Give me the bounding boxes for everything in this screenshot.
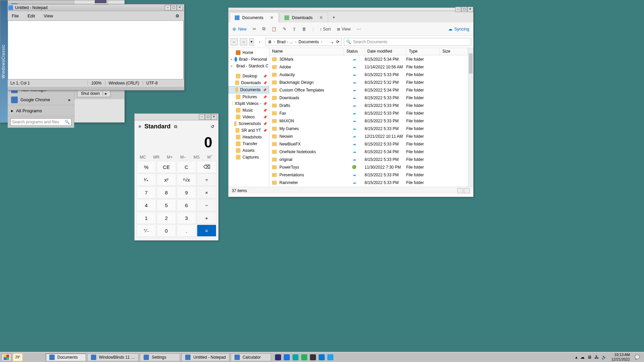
file-row[interactable]: Blackmagic Design☁8/15/2022 5:32 PMFile …: [269, 78, 468, 86]
hamburger-icon[interactable]: ≡: [139, 124, 141, 129]
shutdown-button[interactable]: Shut down ▸: [77, 90, 111, 97]
view-icons-button[interactable]: [464, 188, 470, 193]
calc-key-9[interactable]: 9: [177, 186, 196, 198]
calc-key-1[interactable]: 1: [137, 212, 156, 224]
maximize-button[interactable]: ▢: [205, 114, 211, 120]
calc-key-+[interactable]: +: [197, 212, 216, 224]
pinned-app[interactable]: [317, 353, 326, 361]
cut-icon[interactable]: ✂: [253, 26, 256, 32]
calc-key-¹⁄ₓ[interactable]: ¹⁄ₓ: [137, 174, 156, 186]
new-button[interactable]: ⊕ New: [232, 26, 247, 32]
calc-key-²√x[interactable]: ²√x: [177, 174, 196, 186]
calc-key-x²[interactable]: x²: [157, 174, 176, 186]
calc-key-3[interactable]: 3: [177, 212, 196, 224]
onedrive-tray-icon[interactable]: ☁: [580, 355, 585, 360]
calc-key-4[interactable]: 4: [137, 199, 156, 211]
taskbar-task[interactable]: Documents: [46, 353, 86, 361]
calculator-titlebar[interactable]: – ▢ ✕: [135, 114, 218, 120]
nav-forward-button[interactable]: →: [240, 38, 247, 46]
file-row[interactable]: NewBlueFX☁8/15/2022 5:33 PMFile folder: [269, 140, 468, 148]
maximize-button[interactable]: ▢: [461, 7, 467, 12]
rename-icon[interactable]: ✎: [283, 26, 286, 32]
calc-key-7[interactable]: 7: [137, 186, 156, 198]
tree-node[interactable]: Screenshots📌: [228, 120, 269, 127]
chevron-up-icon[interactable]: ▴: [575, 355, 578, 360]
file-row[interactable]: Neowin☁12/21/2022 10:11 AMFile folder: [269, 132, 468, 140]
tree-node[interactable]: Desktop📌: [228, 73, 269, 79]
tree-node[interactable]: Documents📌: [228, 86, 269, 94]
file-row[interactable]: Presentations☁8/15/2022 5:33 PMFile fold…: [269, 171, 468, 179]
taskbar-task[interactable]: WindowBlinds 11 …: [87, 353, 139, 361]
calc-key-CE[interactable]: CE: [157, 161, 176, 173]
nav-back-button[interactable]: ←: [230, 38, 238, 46]
file-row[interactable]: Adobe☁11/14/2022 10:56 AMFile folder: [269, 63, 468, 71]
column-headers[interactable]: Name Status Date modified Type Size: [269, 48, 468, 55]
calc-mem-mc[interactable]: MC: [137, 154, 149, 161]
file-row[interactable]: Downloads☁8/15/2022 5:33 PMFile folder: [269, 94, 468, 102]
close-button[interactable]: ✕: [177, 5, 183, 10]
pinned-app[interactable]: [274, 353, 282, 361]
file-row[interactable]: 3DMark☁8/15/2022 5:34 PMFile folder: [269, 55, 468, 63]
notepad-titlebar[interactable]: Untitled - Notepad – ▢ ✕: [7, 4, 184, 11]
col-size[interactable]: Size: [440, 48, 468, 55]
tree-node[interactable]: +Brad - Personal: [228, 56, 269, 63]
delete-icon[interactable]: 🗑: [302, 27, 307, 32]
file-row[interactable]: Audacity☁8/15/2022 5:33 PMFile folder: [269, 71, 468, 78]
vertical-scrollbar[interactable]: [468, 48, 473, 187]
calc-key-5[interactable]: 5: [157, 199, 176, 211]
nav-up-button[interactable]: ↑: [256, 38, 263, 46]
explorer-tab[interactable]: Documents✕: [230, 12, 279, 22]
start-search-input[interactable]: Search programs and files 🔍: [10, 118, 71, 126]
notepad-editor[interactable]: [8, 20, 183, 79]
file-row[interactable]: Fax☁8/15/2022 5:33 PMFile folder: [269, 109, 468, 117]
tree-node[interactable]: Pictures📌: [228, 94, 269, 100]
view-button[interactable]: ≣ View: [337, 26, 351, 32]
user-avatar[interactable]: [94, 0, 107, 4]
close-tab-icon[interactable]: ✕: [270, 15, 274, 20]
file-row[interactable]: original☁8/15/2022 5:33 PMFile folder: [269, 156, 468, 163]
file-row[interactable]: PowerToys🟢11/30/2022 7:30 PMFile folder: [269, 163, 468, 171]
calc-key-÷[interactable]: ÷: [197, 174, 216, 186]
calc-key-6[interactable]: 6: [177, 199, 196, 211]
tree-node[interactable]: Captures: [228, 154, 269, 161]
chevron-down-icon[interactable]: ▸: [103, 91, 107, 96]
explorer-tab[interactable]: Downloads✕: [279, 12, 328, 22]
tree-node[interactable]: Videos📌: [228, 114, 269, 120]
close-tab-icon[interactable]: ✕: [319, 15, 323, 20]
weather-widget[interactable]: 29°: [13, 353, 23, 361]
file-row[interactable]: Custom Office Templates☁8/15/2022 5:34 P…: [269, 86, 468, 94]
nav-recent-button[interactable]: ▾: [249, 38, 254, 46]
chevron-down-icon[interactable]: ⌄: [331, 40, 334, 44]
settings-gear-icon[interactable]: ⚙: [175, 13, 179, 18]
tree-node[interactable]: Transfer: [228, 140, 269, 147]
minimize-button[interactable]: –: [165, 5, 171, 10]
notifications-icon[interactable]: 💬: [635, 355, 640, 360]
share-icon[interactable]: ⇪: [292, 26, 296, 32]
menu-view[interactable]: View: [44, 13, 53, 18]
close-button[interactable]: ✕: [211, 114, 217, 120]
tree-node[interactable]: Home: [228, 49, 269, 56]
pinned-app[interactable]: [291, 353, 300, 361]
taskbar-task[interactable]: Untitled - Notepad: [181, 353, 229, 361]
calc-mem-mr[interactable]: MR: [150, 154, 163, 161]
pinned-app[interactable]: [300, 353, 309, 361]
all-programs[interactable]: ▸ All Programs: [8, 105, 74, 116]
view-details-button[interactable]: [457, 188, 463, 193]
col-date[interactable]: Date modified: [365, 48, 406, 55]
pinned-app[interactable]: [282, 353, 291, 361]
calc-mem-m+[interactable]: M+: [163, 154, 176, 161]
volume-tray-icon[interactable]: 🔊: [601, 355, 607, 360]
network-tray-icon[interactable]: 🖧: [594, 355, 599, 360]
file-row[interactable]: OneNote Notebooks☁8/15/2022 5:34 PMFile …: [269, 148, 468, 156]
refresh-icon[interactable]: ⟳: [336, 40, 339, 44]
calc-key-2[interactable]: 2: [157, 212, 176, 224]
sort-button[interactable]: ↕ Sort: [320, 27, 331, 32]
col-status[interactable]: Status: [344, 48, 365, 55]
paste-icon[interactable]: 📋: [271, 26, 277, 32]
keep-on-top-icon[interactable]: ⧉: [174, 124, 177, 129]
tree-node[interactable]: Music📌: [228, 107, 269, 114]
tree-node[interactable]: XSplit Videos -📌: [228, 100, 269, 107]
minimize-button[interactable]: –: [199, 114, 205, 120]
more-button[interactable]: ⋯: [357, 26, 361, 32]
calc-key-−[interactable]: −: [197, 199, 216, 211]
